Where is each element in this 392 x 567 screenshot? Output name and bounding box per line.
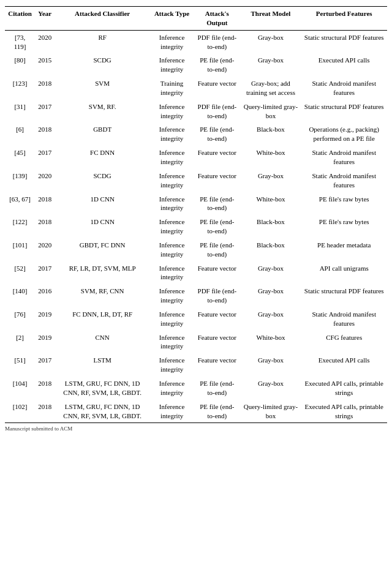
cell-year: 2018 [35, 77, 55, 100]
cell-features: Static Android manifest features [301, 77, 387, 100]
table-row: [101]2020GBDT, FC DNNInference integrity… [5, 238, 387, 261]
cell-citation: [122] [5, 215, 35, 238]
cell-citation: [80] [5, 53, 35, 77]
cell-output: Feature vector [194, 331, 240, 354]
cell-features: Static Android manifest features [301, 169, 387, 192]
table-row: [104]2018LSTM, GRU, FC DNN, 1D CNN, RF, … [5, 377, 387, 400]
cell-attack-type: Inference integrity [150, 122, 194, 146]
cell-attack-type: Inference integrity [150, 100, 194, 123]
cell-attack-type: Inference integrity [150, 215, 194, 238]
cell-year: 2018 [35, 122, 55, 146]
cell-citation: [45] [5, 146, 35, 169]
cell-attack-type: Inference integrity [150, 238, 194, 261]
table-row: [73, 119]2020RFInference integrityPDF fi… [5, 30, 387, 53]
cell-output: Feature vector [194, 307, 240, 331]
cell-classifier: LSTM, GRU, FC DNN, 1D CNN, RF, SVM, LR, … [55, 377, 150, 400]
table-row: [2]2019CNNInference integrityFeature vec… [5, 331, 387, 354]
cell-features: Static Android manifest features [301, 307, 387, 331]
cell-citation: [52] [5, 261, 35, 285]
cell-threat: Query-limited gray-box [241, 100, 301, 123]
cell-features: Static Android manifest features [301, 146, 387, 169]
table-row: [6]2018GBDTInference integrityPE file (e… [5, 122, 387, 146]
cell-output: PE file (end-to-end) [194, 192, 240, 216]
table-row: [140]2016SVM, RF, CNNInference integrity… [5, 284, 387, 307]
cell-features: PE file's raw bytes [301, 192, 387, 216]
cell-classifier: FC DNN [55, 146, 150, 169]
cell-features: CFG features [301, 331, 387, 354]
cell-threat: White-box [241, 331, 301, 354]
table-row: [122]20181D CNNInference integrityPE fil… [5, 215, 387, 238]
cell-threat: Gray-box [241, 284, 301, 307]
cell-features: PE header metadata [301, 238, 387, 261]
cell-citation: [104] [5, 377, 35, 400]
cell-features: Static structural PDF features [301, 30, 387, 53]
cell-year: 2018 [35, 215, 55, 238]
cell-output: PE file (end-to-end) [194, 238, 240, 261]
cell-year: 2020 [35, 238, 55, 261]
cell-threat: Black-box [241, 122, 301, 146]
cell-year: 2017 [35, 100, 55, 123]
cell-features: Executed API calls [301, 353, 387, 377]
table-row: [76]2019FC DNN, LR, DT, RFInference inte… [5, 307, 387, 331]
header-threat: Threat Model [241, 7, 301, 31]
cell-year: 2016 [35, 284, 55, 307]
cell-threat: Gray-box [241, 377, 301, 400]
cell-attack-type: Training integrity [150, 77, 194, 100]
cell-threat: Gray-box [241, 261, 301, 285]
cell-features: Static structural PDF features [301, 100, 387, 123]
cell-output: Feature vector [194, 353, 240, 377]
cell-classifier: RF, LR, DT, SVM, MLP [55, 261, 150, 285]
cell-output: PDF file (end-to-end) [194, 284, 240, 307]
cell-citation: [101] [5, 238, 35, 261]
cell-citation: [6] [5, 122, 35, 146]
cell-output: PE file (end-to-end) [194, 377, 240, 400]
main-table: Citation Year Attacked Classifier Attack… [5, 6, 387, 423]
table-row: [102]2018LSTM, GRU, FC DNN, 1D CNN, RF, … [5, 400, 387, 423]
cell-year: 2018 [35, 377, 55, 400]
cell-citation: [76] [5, 307, 35, 331]
cell-year: 2020 [35, 30, 55, 53]
cell-output: Feature vector [194, 77, 240, 100]
cell-attack-type: Inference integrity [150, 261, 194, 285]
cell-year: 2020 [35, 169, 55, 192]
cell-citation: [2] [5, 331, 35, 354]
cell-output: PE file (end-to-end) [194, 215, 240, 238]
header-year: Year [35, 7, 55, 31]
header-output: Attack's Output [194, 7, 240, 31]
cell-features: Executed API calls, printable strings [301, 377, 387, 400]
cell-citation: [102] [5, 400, 35, 423]
cell-attack-type: Inference integrity [150, 192, 194, 216]
cell-output: Feature vector [194, 169, 240, 192]
cell-year: 2017 [35, 261, 55, 285]
cell-citation: [51] [5, 353, 35, 377]
cell-threat: Gray-box [241, 53, 301, 77]
cell-classifier: LSTM [55, 353, 150, 377]
cell-features: Executed API calls [301, 53, 387, 77]
cell-threat: Gray-box [241, 307, 301, 331]
cell-classifier: LSTM, GRU, FC DNN, 1D CNN, RF, SVM, LR, … [55, 400, 150, 423]
cell-attack-type: Inference integrity [150, 169, 194, 192]
cell-output: Feature vector [194, 261, 240, 285]
table-row: [45]2017FC DNNInference integrityFeature… [5, 146, 387, 169]
cell-year: 2019 [35, 307, 55, 331]
cell-attack-type: Inference integrity [150, 377, 194, 400]
cell-classifier: SVM [55, 77, 150, 100]
cell-citation: [73, 119] [5, 30, 35, 53]
cell-threat: Query-limited gray-box [241, 400, 301, 423]
cell-attack-type: Inference integrity [150, 146, 194, 169]
cell-year: 2017 [35, 353, 55, 377]
cell-threat: Gray-box [241, 30, 301, 53]
cell-features: API call unigrams [301, 261, 387, 285]
cell-citation: [140] [5, 284, 35, 307]
cell-output: PDF file (end-to-end) [194, 30, 240, 53]
cell-threat: Black-box [241, 215, 301, 238]
cell-classifier: CNN [55, 331, 150, 354]
cell-output: PE file (end-to-end) [194, 400, 240, 423]
cell-attack-type: Inference integrity [150, 284, 194, 307]
cell-output: Feature vector [194, 146, 240, 169]
cell-citation: [63, 67] [5, 192, 35, 216]
cell-citation: [123] [5, 77, 35, 100]
cell-year: 2015 [35, 53, 55, 77]
cell-attack-type: Inference integrity [150, 30, 194, 53]
cell-threat: White-box [241, 192, 301, 216]
